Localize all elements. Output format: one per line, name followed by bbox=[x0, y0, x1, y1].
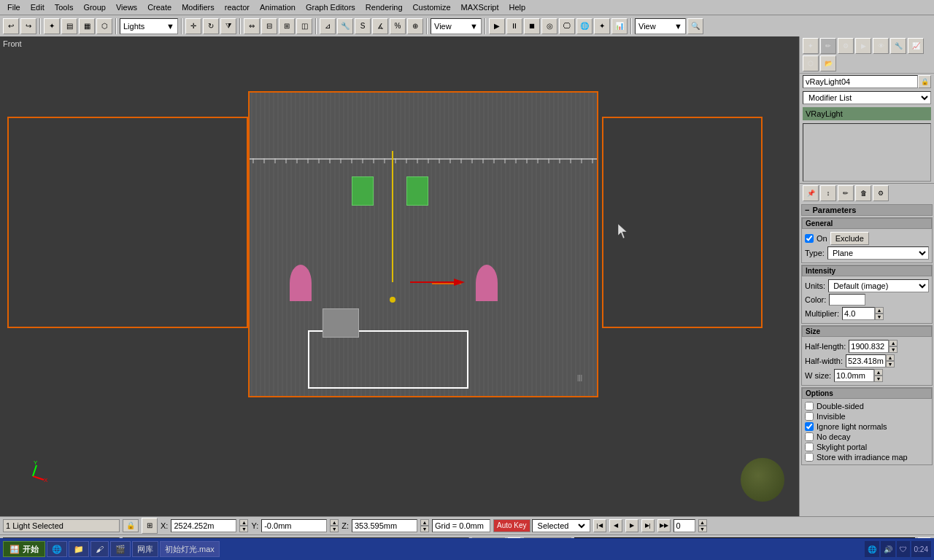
select-rotate[interactable]: ↻ bbox=[203, 18, 219, 34]
menu-animation[interactable]: Animation bbox=[255, 3, 300, 12]
taskbar-ie[interactable]: 🌐 bbox=[47, 541, 67, 557]
delete-modifier-icon[interactable]: 🗑 bbox=[855, 185, 871, 201]
redo-button[interactable]: ↪ bbox=[20, 18, 36, 34]
multiplier-input[interactable] bbox=[842, 307, 875, 320]
no-decay-checkbox[interactable] bbox=[805, 432, 814, 441]
pause-btn[interactable]: ⏸ bbox=[506, 18, 522, 34]
z-up[interactable]: ▲ bbox=[420, 519, 429, 526]
lock-button[interactable]: 🔒 bbox=[123, 519, 139, 532]
go-start-btn[interactable]: |◀ bbox=[593, 519, 606, 532]
x-up[interactable]: ▲ bbox=[239, 519, 248, 526]
w-size-down[interactable]: ▼ bbox=[874, 376, 883, 382]
play-btn[interactable]: ▶ bbox=[489, 18, 505, 34]
menu-customize[interactable]: Customize bbox=[409, 3, 455, 12]
multiplier-down[interactable]: ▼ bbox=[875, 314, 884, 320]
play-anim-btn[interactable]: ▶ bbox=[625, 519, 638, 532]
tray-network[interactable]: 🌐 bbox=[865, 541, 879, 557]
on-checkbox[interactable] bbox=[805, 234, 814, 243]
category-dropdown[interactable]: Lights▼ bbox=[120, 18, 178, 34]
units-dropdown[interactable]: Default (image) bbox=[828, 279, 929, 292]
menu-views[interactable]: Views bbox=[112, 3, 142, 12]
modify-icon[interactable]: ✏ bbox=[820, 38, 836, 54]
color-swatch[interactable] bbox=[829, 294, 865, 306]
edit-modifier-icon[interactable]: ✏ bbox=[838, 185, 854, 201]
stop-btn[interactable]: ⏹ bbox=[524, 18, 540, 34]
track-view-icon[interactable]: 📈 bbox=[908, 38, 924, 54]
snap-3d[interactable]: S bbox=[355, 18, 371, 34]
menu-tools[interactable]: Tools bbox=[50, 3, 78, 12]
skylight-portal-checkbox[interactable] bbox=[805, 443, 814, 451]
w-size-input[interactable] bbox=[834, 369, 874, 382]
menu-edit[interactable]: Edit bbox=[26, 3, 49, 12]
half-length-up[interactable]: ▲ bbox=[889, 340, 898, 346]
clone-tool[interactable]: ◫ bbox=[296, 18, 312, 34]
z-down[interactable]: ▼ bbox=[420, 526, 429, 532]
menu-modifiers[interactable]: Modifiers bbox=[177, 3, 219, 12]
select-fence[interactable]: ⬡ bbox=[96, 18, 112, 34]
ignore-light-normals-checkbox[interactable] bbox=[805, 422, 814, 431]
snap-toggle[interactable]: 🔧 bbox=[337, 18, 353, 34]
store-irradiance-checkbox[interactable] bbox=[805, 453, 814, 462]
select-name[interactable]: ▤ bbox=[61, 18, 77, 34]
y-down[interactable]: ▼ bbox=[330, 526, 339, 532]
taskbar-maxfile[interactable]: 初始灯光.max bbox=[160, 541, 220, 557]
params-minus[interactable]: − bbox=[805, 206, 809, 214]
x-down[interactable]: ▼ bbox=[239, 526, 248, 532]
render-env[interactable]: 🌐 bbox=[576, 18, 593, 34]
utilities-icon[interactable]: 🔧 bbox=[890, 38, 906, 54]
ref-coord-btn[interactable]: ⊿ bbox=[320, 18, 336, 34]
snap-spinner[interactable]: ⊕ bbox=[407, 18, 423, 34]
next-frame-btn[interactable]: ▶| bbox=[641, 519, 655, 532]
undo-button[interactable]: ↩ bbox=[3, 18, 19, 34]
half-width-input[interactable] bbox=[846, 354, 886, 368]
render-stats[interactable]: 📊 bbox=[611, 18, 628, 34]
configure-icon[interactable]: ⚙ bbox=[873, 185, 889, 201]
half-width-up[interactable]: ▲ bbox=[886, 354, 895, 361]
view-dropdown2[interactable]: View▼ bbox=[635, 18, 686, 34]
select-region[interactable]: ▦ bbox=[79, 18, 95, 34]
menu-graph-editors[interactable]: Graph Editors bbox=[301, 3, 360, 12]
menu-rendering[interactable]: Rendering bbox=[361, 3, 407, 12]
half-width-down[interactable]: ▼ bbox=[886, 361, 895, 368]
mirror-tool[interactable]: ⇔ bbox=[244, 18, 260, 34]
frame-down[interactable]: ▼ bbox=[698, 526, 707, 532]
hierarchy-icon[interactable]: ⚙ bbox=[838, 38, 854, 54]
menu-help[interactable]: Help bbox=[505, 3, 530, 12]
prev-frame-btn[interactable]: ◀ bbox=[609, 519, 622, 532]
render-last[interactable]: ◎ bbox=[541, 18, 557, 34]
modifier-display[interactable]: VRayLight bbox=[803, 107, 931, 120]
invisible-checkbox[interactable] bbox=[805, 412, 814, 421]
snap-percent[interactable]: % bbox=[390, 18, 406, 34]
move-modifier-icon[interactable]: ↕ bbox=[820, 185, 836, 201]
type-dropdown[interactable]: Plane bbox=[827, 246, 929, 260]
view-nav[interactable]: 🔍 bbox=[687, 18, 703, 34]
half-length-down[interactable]: ▼ bbox=[889, 346, 898, 353]
menu-file[interactable]: File bbox=[3, 3, 25, 12]
asset-browser-icon[interactable]: 📂 bbox=[820, 55, 836, 71]
select-move[interactable]: ✛ bbox=[185, 18, 201, 34]
schematic-icon[interactable]: ⬡ bbox=[803, 55, 819, 71]
tray-antivirus[interactable]: 🛡 bbox=[897, 541, 910, 557]
select-scale[interactable]: ⧩ bbox=[220, 18, 236, 34]
snap-angle[interactable]: ∡ bbox=[372, 18, 388, 34]
render-effects[interactable]: ✦ bbox=[594, 18, 610, 34]
resize-handle[interactable]: ⊞ bbox=[142, 518, 158, 534]
menu-group[interactable]: Group bbox=[79, 3, 110, 12]
motion-icon[interactable]: ▶ bbox=[855, 38, 871, 54]
taskbar-wenku[interactable]: 网库 bbox=[132, 541, 158, 557]
half-length-input[interactable] bbox=[849, 340, 889, 353]
w-size-up[interactable]: ▲ bbox=[874, 369, 883, 376]
light-name-input[interactable] bbox=[803, 75, 918, 88]
taskbar-media[interactable]: 🎬 bbox=[110, 541, 131, 557]
tray-volume[interactable]: 🔊 bbox=[881, 541, 895, 557]
lock-name-button[interactable]: 🔒 bbox=[918, 75, 931, 88]
taskbar-explorer[interactable]: 📁 bbox=[69, 541, 89, 557]
selected-dropdown[interactable]: Selected bbox=[535, 521, 587, 531]
align-tool[interactable]: ⊟ bbox=[261, 18, 277, 34]
menu-create[interactable]: Create bbox=[143, 3, 176, 12]
go-end-btn[interactable]: ▶▶ bbox=[657, 519, 671, 532]
pin-icon[interactable]: 📌 bbox=[803, 185, 819, 201]
y-up[interactable]: ▲ bbox=[330, 519, 339, 526]
double-sided-checkbox[interactable] bbox=[805, 402, 814, 411]
auto-key-button[interactable]: Auto Key bbox=[493, 519, 530, 532]
